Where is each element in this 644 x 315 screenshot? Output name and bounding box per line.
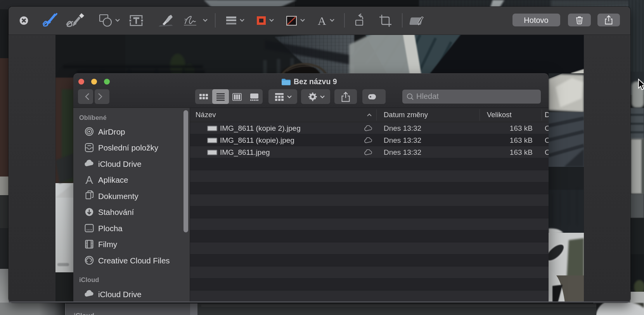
svg-text:Hotovo: Hotovo: [524, 16, 548, 24]
svg-text:A: A: [318, 14, 326, 27]
